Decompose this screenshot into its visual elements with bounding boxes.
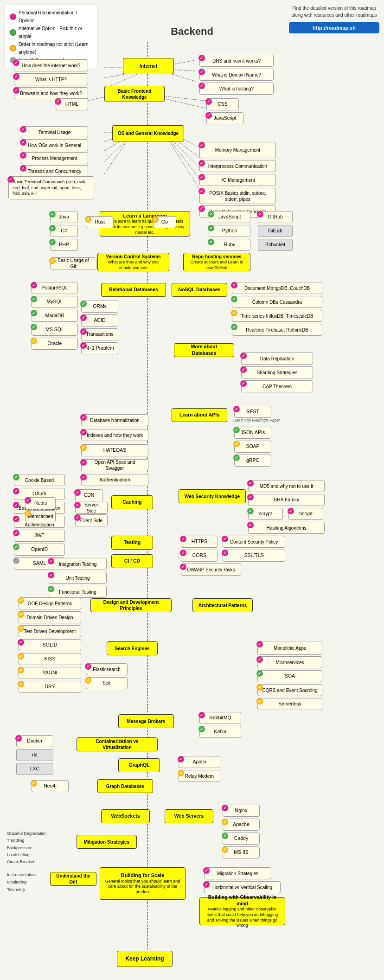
check-hateoas: ✓ — [80, 444, 87, 451]
io-mgmt-node: I/O Management — [199, 174, 276, 186]
hashing-algo-node: Hashing Algorithms — [248, 522, 325, 534]
hateoas-node: HATEOAS — [81, 444, 148, 456]
vcs-title: Version Control Systems — [102, 254, 165, 260]
web-security-node: Web Security Knowledge — [179, 489, 246, 503]
check-unit: ✓ — [48, 572, 54, 578]
ddd-node: Domain Driven Design — [19, 611, 81, 623]
check-json: ✓ — [233, 427, 240, 433]
search-engines-node: Search Engines — [107, 641, 158, 655]
check-nplus1: ✓ — [80, 342, 87, 349]
check-threads: ✓ — [20, 165, 26, 172]
apollo-node: Apollo — [179, 756, 220, 768]
rabbitmq-node: RabbitMQ — [199, 712, 241, 724]
terminal-usage-node: Terminal Usage — [21, 126, 88, 138]
solid-node: SOLID — [19, 639, 81, 651]
check-csp: ✓ — [222, 536, 228, 542]
how-internet-node: How does the internet work? — [14, 59, 88, 71]
check-rust: ✓ — [85, 216, 91, 223]
read-roy-text: Read Roy Fielding's Paper — [233, 418, 280, 423]
cicd-node: CI / CD — [111, 554, 153, 568]
design-principles-node: Design and Development Principles — [90, 598, 172, 612]
gitlab-node: GitLab — [258, 225, 293, 237]
internet-node: Internet — [123, 58, 174, 74]
vcs-desc: What are they and why you should use one — [102, 260, 165, 270]
check-java: ✓ — [49, 211, 56, 218]
horiz-vert-node: Horizontal vs Vertical Scaling — [204, 881, 281, 893]
basic-git-node: Basic Usage of Git — [50, 257, 96, 269]
building-scale-node: Building for Scale General topics that y… — [100, 867, 186, 900]
vcs-node: Version Control Systems What are they an… — [97, 253, 169, 271]
check-basic-terminal: ✓ — [7, 176, 14, 183]
check-ssl: ✓ — [222, 550, 228, 556]
building-scale-title: Building for Scale — [104, 872, 181, 878]
check-apache: ✓ — [222, 819, 228, 825]
check-php: ✓ — [49, 239, 56, 245]
microservices-node: Microservices — [257, 656, 322, 668]
memory-mgmt-node: Memory Management — [199, 142, 276, 158]
check-horiz: ✓ — [203, 881, 210, 888]
url-button[interactable]: http://roadmap.sh — [289, 22, 379, 33]
check-client-side: ✓ — [74, 514, 81, 521]
check-mysql: ✓ — [31, 296, 37, 302]
kiss-node: KISS — [19, 653, 81, 665]
grpc-node: gRPC — [234, 455, 271, 467]
nosql-db-node: NoSQL Databases — [172, 283, 227, 297]
indexes-node: Indexes and how they work — [81, 429, 148, 441]
apache-node: Apache — [223, 819, 260, 831]
check-redis: ✓ — [25, 497, 31, 504]
check-replication: ✓ — [240, 352, 247, 359]
check-memory: ✓ — [198, 142, 205, 148]
observability-desc: Metrics logging and other observable ite… — [204, 907, 281, 929]
check-orms: ✓ — [80, 301, 87, 307]
check-msiis: ✓ — [222, 846, 228, 853]
ssltls-node: SSL/TLS — [223, 550, 285, 562]
observability-node: Building with Observability in mind Metr… — [199, 897, 285, 925]
json-apis-node: JSON APIs — [234, 427, 271, 439]
relay-node: Relay Modern — [179, 770, 220, 782]
check-acid: ✓ — [80, 314, 87, 321]
legend: Personal Recommendation / Opinion Altern… — [5, 5, 97, 68]
check-cap: ✓ — [240, 380, 247, 387]
check-how-os: ✓ — [20, 139, 26, 146]
check-apollo: ✓ — [178, 756, 184, 762]
check-serverless: ✓ — [256, 698, 263, 705]
check-solid: ✓ — [18, 639, 24, 646]
check-mssql: ✓ — [31, 324, 37, 330]
column-db-node: Column DBs Cassandra — [232, 296, 322, 308]
check-functional: ✓ — [48, 586, 54, 592]
legend-alternative: Alternative Option - Pick this or purple — [19, 25, 92, 40]
check-normalization: ✓ — [80, 414, 87, 421]
javascript-fe-node: JavaScript — [206, 112, 243, 124]
check-server-side: ✓ — [74, 502, 81, 508]
oracle-node: Oracle — [32, 338, 78, 350]
interprocess-node: Interprocess Communication — [199, 160, 276, 172]
check-sha: ✓ — [247, 494, 254, 500]
nginx-node: Nginx — [223, 805, 260, 817]
process-management-node: Process Management — [21, 152, 88, 164]
websockets-node: WebSockets — [101, 809, 150, 823]
check-yagni: ✓ — [18, 667, 24, 673]
dry-node: DRY — [19, 681, 81, 693]
transactions-node: Transactions — [81, 328, 118, 340]
threads-node: Threads and Concurrency — [21, 165, 88, 177]
check-caddy: ✓ — [222, 833, 228, 839]
hosting-node: What is hosting? — [199, 83, 274, 95]
telemetry-item: Telemetry — [7, 886, 36, 893]
basic-frontend-node: Basic Frontend Knowledge — [104, 86, 165, 102]
keep-learning-node: Keep Learning — [117, 951, 173, 967]
check-cdn: ✓ — [74, 489, 81, 496]
more-dbs-node: More about Databases — [174, 343, 234, 357]
monitoring-item: Monitoring — [7, 878, 36, 886]
jwt-node: JWT — [14, 530, 65, 542]
check-mariadb: ✓ — [31, 310, 37, 316]
check-io: ✓ — [198, 174, 205, 180]
mysql-node: MySQL — [32, 296, 78, 308]
repo-hosting-desc: Create account and Learn to use GitHub — [187, 260, 246, 270]
check-cqrs: ✓ — [256, 684, 263, 691]
check-hosting: ✓ — [198, 83, 205, 89]
observability-title: Building with Observability in mind — [204, 894, 281, 907]
check-http: ✓ — [13, 73, 19, 80]
dns-node: DNS and how it works? — [199, 55, 274, 67]
check-kafka: ✓ — [198, 726, 205, 732]
check-openapi: ✓ — [80, 459, 87, 466]
